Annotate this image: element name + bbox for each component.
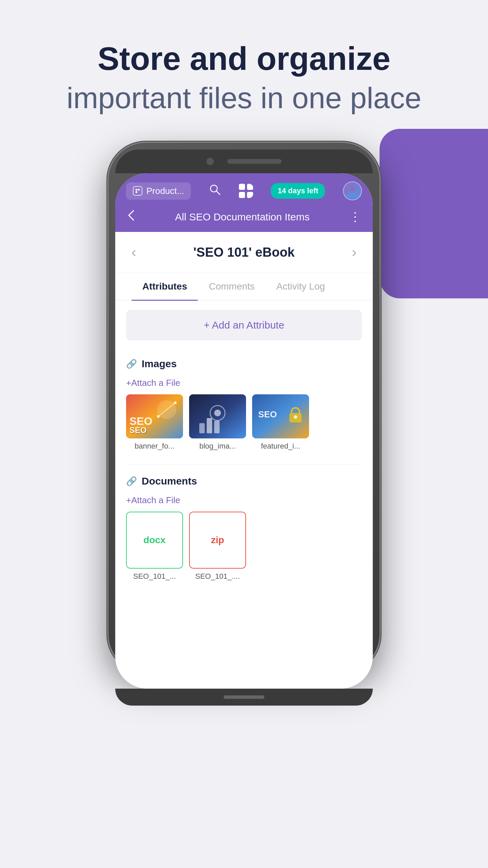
workspace-selector[interactable]: Product... [126, 182, 191, 200]
tab-comments[interactable]: Comments [198, 273, 265, 300]
svg-point-6 [347, 193, 358, 198]
svg-rect-1 [138, 189, 140, 191]
thumbnail-item-3[interactable]: SEO featured_i... [252, 394, 309, 451]
images-thumbnails-row: SEO banner_fo... [126, 394, 362, 451]
workspace-label: Product... [146, 186, 184, 196]
item-title-bar: ‹ 'SEO 101' eBook › [115, 232, 373, 273]
tab-attributes[interactable]: Attributes [131, 273, 198, 300]
thumbnail-label-2: blog_ima... [199, 442, 236, 451]
thumbnail-item-1[interactable]: SEO banner_fo... [126, 394, 183, 451]
logo-dot-4 [247, 192, 253, 198]
phone-top-bar [115, 150, 373, 173]
sub-header: All SEO Documentation Items ⋮ [115, 209, 373, 232]
documents-section-title: Documents [142, 475, 197, 487]
images-attach-link[interactable]: +Attach a File [126, 375, 362, 394]
hero-title: Store and organize [67, 41, 422, 77]
svg-rect-17 [207, 418, 212, 433]
sub-header-title: All SEO Documentation Items [175, 211, 310, 223]
avatar[interactable] [343, 181, 362, 200]
add-attribute-button[interactable]: + Add an Attribute [126, 310, 362, 340]
app-header: Product... 14 days left [115, 173, 373, 209]
logo-dot-2 [247, 184, 253, 190]
home-indicator [224, 695, 264, 699]
zip-box: zip [189, 512, 246, 569]
doc-thumbnail-zip: zip [189, 512, 246, 569]
svg-point-22 [294, 415, 297, 419]
doc-thumbnail-docx: docx [126, 512, 183, 569]
clip-icon-images: 🔗 [126, 359, 137, 369]
images-section-title: Images [142, 358, 177, 370]
next-item-button[interactable]: › [352, 244, 357, 260]
svg-text:SEO: SEO [258, 409, 277, 419]
svg-text:SEO: SEO [129, 415, 152, 427]
thumbnail-img-2 [189, 394, 246, 438]
phone-bottom-bar [115, 689, 373, 706]
section-divider [126, 464, 362, 465]
thumbnail-img-3: SEO [252, 394, 309, 438]
thumbnail-item-2[interactable]: blog_ima... [189, 394, 246, 451]
phone-mockup: Product... 14 days left [108, 143, 380, 672]
tabs-bar: Attributes Comments Activity Log [115, 273, 373, 300]
app-logo [239, 184, 253, 198]
doc-label-2: SEO_101_.... [195, 572, 240, 581]
svg-point-11 [157, 415, 160, 418]
doc-label-1: SEO_101_... [133, 572, 176, 581]
svg-point-12 [174, 401, 177, 404]
svg-rect-0 [136, 189, 137, 191]
documents-section-header: 🔗 Documents [126, 467, 362, 492]
more-menu-button[interactable]: ⋮ [349, 210, 362, 224]
add-attribute-label: + Add an Attribute [204, 319, 284, 331]
svg-point-5 [350, 186, 355, 192]
images-section-header: 🔗 Images [126, 350, 362, 375]
documents-attach-link[interactable]: +Attach a File [126, 492, 362, 512]
speaker-bar [227, 159, 282, 164]
svg-point-15 [214, 410, 221, 416]
phone-screen: Product... 14 days left [115, 173, 373, 689]
thumbnail-label-1: banner_fo... [135, 442, 174, 451]
content-area: ‹ 'SEO 101' eBook › Attributes Comments … [115, 232, 373, 689]
docx-box: docx [126, 512, 183, 569]
trial-badge[interactable]: 14 days left [271, 183, 325, 199]
documents-section: 🔗 Documents +Attach a File docx SEO_101_… [115, 467, 373, 592]
clip-icon-documents: 🔗 [126, 476, 137, 487]
item-title: 'SEO 101' eBook [194, 245, 295, 260]
camera-dot [206, 158, 214, 165]
logo-dot-1 [239, 184, 245, 190]
svg-line-4 [217, 191, 220, 195]
thumbnail-label-3: featured_i... [261, 442, 300, 451]
logo-dot-3 [239, 192, 245, 198]
thumbnail-img-1: SEO [126, 394, 183, 438]
search-button[interactable] [209, 183, 221, 199]
hero-section: Store and organize important files in on… [67, 41, 422, 116]
workspace-icon [133, 186, 142, 196]
phone-outer: Product... 14 days left [108, 143, 380, 672]
tab-activity-log[interactable]: Activity Log [266, 273, 336, 300]
svg-rect-18 [214, 421, 220, 433]
svg-rect-2 [136, 191, 137, 193]
documents-thumbnails-row: docx SEO_101_... zip SEO_101_.. [126, 512, 362, 581]
doc-item-2[interactable]: zip SEO_101_.... [189, 512, 246, 581]
hero-subtitle: important files in one place [67, 80, 422, 116]
svg-rect-16 [199, 423, 205, 433]
zip-label: zip [211, 535, 224, 546]
docx-label: docx [143, 535, 165, 546]
prev-item-button[interactable]: ‹ [131, 244, 136, 260]
svg-point-3 [210, 185, 217, 192]
images-section: 🔗 Images +Attach a File [115, 350, 373, 461]
back-button[interactable] [126, 209, 136, 225]
doc-item-1[interactable]: docx SEO_101_... [126, 512, 183, 581]
decorative-blob [380, 129, 488, 298]
